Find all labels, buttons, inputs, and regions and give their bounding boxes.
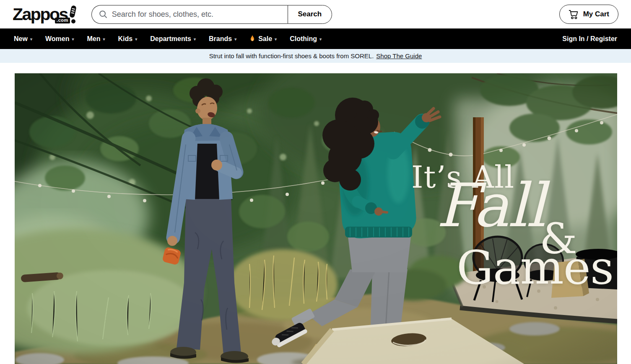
nav-label: Men: [87, 35, 100, 43]
hero-banner[interactable]: It’s All Fall & Games: [15, 73, 617, 364]
caret-down-icon: ▾: [103, 36, 105, 41]
caret-down-icon: ▾: [234, 36, 236, 41]
nav-item-departments[interactable]: Departments ▾: [150, 35, 196, 43]
promo-text: Strut into fall with function-first shoe…: [209, 52, 374, 59]
nav-label: Brands: [209, 35, 232, 43]
nav-item-sale[interactable]: Sale ▾: [249, 35, 277, 43]
promo-banner: Strut into fall with function-first shoe…: [0, 49, 631, 63]
nav-label: Sale: [258, 35, 272, 43]
search-icon: [99, 10, 107, 18]
flame-icon: [249, 35, 255, 43]
nav-item-clothing[interactable]: Clothing ▾: [290, 35, 322, 43]
caret-down-icon: ▾: [135, 36, 137, 41]
search-button[interactable]: Search: [288, 5, 332, 24]
caret-down-icon: ▾: [72, 36, 74, 41]
caret-down-icon: ▾: [30, 36, 32, 41]
nav-label: Clothing: [290, 35, 317, 43]
nav-label: Departments: [150, 35, 191, 43]
nav-label: Women: [45, 35, 69, 43]
my-cart-button[interactable]: My Cart: [559, 5, 618, 24]
hero-photo: [15, 73, 617, 364]
zappos-logo[interactable]: Zappos .com: [13, 5, 77, 24]
primary-nav: New ▾ Women ▾ Men ▾ Kids ▾ Departments ▾…: [0, 28, 631, 49]
cart-label: My Cart: [583, 10, 609, 18]
caret-down-icon: ▾: [319, 36, 322, 41]
search-field-wrap: [91, 5, 288, 24]
site-header: Zappos .com Search My Cart: [0, 0, 631, 28]
nav-item-men[interactable]: Men ▾: [87, 35, 105, 43]
spacer: [0, 63, 631, 73]
nav-item-women[interactable]: Women ▾: [45, 35, 74, 43]
nav-item-new[interactable]: New ▾: [14, 35, 32, 43]
cart-icon: [569, 10, 579, 19]
caret-down-icon: ▾: [275, 36, 277, 41]
caret-down-icon: ▾: [194, 36, 196, 41]
nav-label: New: [14, 35, 28, 43]
logo-domain-badge: .com: [55, 18, 70, 23]
nav-label: Kids: [118, 35, 132, 43]
nav-item-kids[interactable]: Kids ▾: [118, 35, 137, 43]
search-input[interactable]: [112, 10, 283, 19]
search-bar: Search: [91, 5, 332, 24]
shop-the-guide-link[interactable]: Shop The Guide: [376, 52, 422, 59]
nav-item-brands[interactable]: Brands ▾: [209, 35, 236, 43]
sign-in-register-link[interactable]: Sign In / Register: [562, 35, 617, 43]
